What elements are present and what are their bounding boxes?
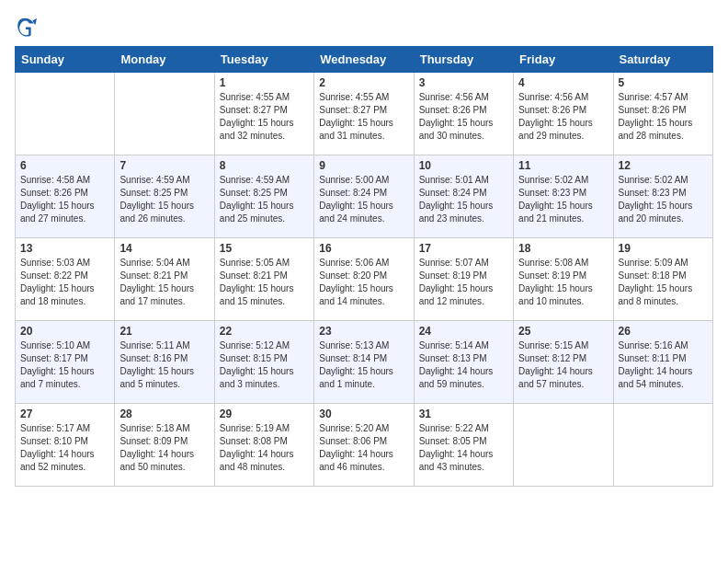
logo xyxy=(15,15,40,37)
day-info: Sunrise: 5:05 AMSunset: 8:21 PMDaylight:… xyxy=(220,257,309,308)
day-info: Sunrise: 5:08 AMSunset: 8:19 PMDaylight:… xyxy=(518,257,608,308)
day-number: 4 xyxy=(518,76,608,89)
day-number: 19 xyxy=(619,242,708,255)
weekday-header-thursday: Thursday xyxy=(414,47,513,73)
day-number: 1 xyxy=(220,76,309,89)
day-number: 12 xyxy=(619,159,708,172)
calendar-cell: 29Sunrise: 5:19 AMSunset: 8:08 PMDayligh… xyxy=(214,404,313,487)
weekday-header-wednesday: Wednesday xyxy=(314,47,414,73)
day-info: Sunrise: 5:15 AMSunset: 8:12 PMDaylight:… xyxy=(518,339,608,391)
day-number: 25 xyxy=(518,325,608,338)
day-number: 18 xyxy=(518,242,608,255)
calendar-cell: 8Sunrise: 4:59 AMSunset: 8:25 PMDaylight… xyxy=(214,155,313,238)
calendar-cell: 20Sunrise: 5:10 AMSunset: 8:17 PMDayligh… xyxy=(16,321,115,404)
day-number: 17 xyxy=(419,242,508,255)
calendar-table: SundayMondayTuesdayWednesdayThursdayFrid… xyxy=(15,46,713,487)
calendar-cell: 17Sunrise: 5:07 AMSunset: 8:19 PMDayligh… xyxy=(414,238,513,321)
calendar-cell: 4Sunrise: 4:56 AMSunset: 8:26 PMDaylight… xyxy=(514,73,613,155)
weekday-header-friday: Friday xyxy=(514,47,613,73)
day-info: Sunrise: 5:03 AMSunset: 8:22 PMDaylight:… xyxy=(20,257,109,308)
day-number: 24 xyxy=(419,325,508,338)
day-info: Sunrise: 5:09 AMSunset: 8:18 PMDaylight:… xyxy=(619,257,708,308)
day-number: 31 xyxy=(419,408,508,420)
calendar-body: 1Sunrise: 4:55 AMSunset: 8:27 PMDaylight… xyxy=(16,73,713,487)
day-number: 10 xyxy=(419,159,508,172)
day-info: Sunrise: 5:02 AMSunset: 8:23 PMDaylight:… xyxy=(518,174,608,225)
calendar-cell xyxy=(613,404,712,487)
day-info: Sunrise: 4:56 AMSunset: 8:26 PMDaylight:… xyxy=(419,91,508,143)
calendar-cell: 26Sunrise: 5:16 AMSunset: 8:11 PMDayligh… xyxy=(613,321,712,404)
weekday-header-saturday: Saturday xyxy=(613,47,712,73)
calendar-cell xyxy=(115,73,214,155)
day-info: Sunrise: 5:13 AMSunset: 8:14 PMDaylight:… xyxy=(319,339,408,391)
day-info: Sunrise: 5:01 AMSunset: 8:24 PMDaylight:… xyxy=(419,174,508,225)
calendar-cell: 15Sunrise: 5:05 AMSunset: 8:21 PMDayligh… xyxy=(214,238,313,321)
calendar-cell: 9Sunrise: 5:00 AMSunset: 8:24 PMDaylight… xyxy=(314,155,414,238)
calendar-cell: 12Sunrise: 5:02 AMSunset: 8:23 PMDayligh… xyxy=(613,155,712,238)
day-number: 15 xyxy=(220,242,309,255)
weekday-header-monday: Monday xyxy=(115,47,214,73)
calendar-week-row: 27Sunrise: 5:17 AMSunset: 8:10 PMDayligh… xyxy=(16,404,713,487)
calendar-cell: 14Sunrise: 5:04 AMSunset: 8:21 PMDayligh… xyxy=(115,238,214,321)
day-info: Sunrise: 4:55 AMSunset: 8:27 PMDaylight:… xyxy=(319,91,408,143)
calendar-cell: 22Sunrise: 5:12 AMSunset: 8:15 PMDayligh… xyxy=(214,321,313,404)
calendar-cell: 23Sunrise: 5:13 AMSunset: 8:14 PMDayligh… xyxy=(314,321,414,404)
calendar-cell: 27Sunrise: 5:17 AMSunset: 8:10 PMDayligh… xyxy=(16,404,115,487)
calendar-cell: 7Sunrise: 4:59 AMSunset: 8:25 PMDaylight… xyxy=(115,155,214,238)
day-info: Sunrise: 5:12 AMSunset: 8:15 PMDaylight:… xyxy=(220,339,309,391)
day-number: 6 xyxy=(20,159,109,172)
day-info: Sunrise: 5:11 AMSunset: 8:16 PMDaylight:… xyxy=(119,339,209,391)
calendar-header-row: SundayMondayTuesdayWednesdayThursdayFrid… xyxy=(16,47,713,73)
calendar-cell xyxy=(16,73,115,155)
calendar-cell: 28Sunrise: 5:18 AMSunset: 8:09 PMDayligh… xyxy=(115,404,214,487)
day-number: 8 xyxy=(220,159,309,172)
day-number: 14 xyxy=(119,242,209,255)
day-info: Sunrise: 4:59 AMSunset: 8:25 PMDaylight:… xyxy=(220,174,309,225)
day-info: Sunrise: 5:22 AMSunset: 8:05 PMDaylight:… xyxy=(419,422,508,474)
day-info: Sunrise: 5:07 AMSunset: 8:19 PMDaylight:… xyxy=(419,257,508,308)
day-number: 13 xyxy=(20,242,109,255)
day-info: Sunrise: 5:16 AMSunset: 8:11 PMDaylight:… xyxy=(619,339,708,391)
calendar-cell: 5Sunrise: 4:57 AMSunset: 8:26 PMDaylight… xyxy=(613,73,712,155)
calendar-cell: 13Sunrise: 5:03 AMSunset: 8:22 PMDayligh… xyxy=(16,238,115,321)
day-info: Sunrise: 5:02 AMSunset: 8:23 PMDaylight:… xyxy=(619,174,708,225)
logo-icon xyxy=(15,15,37,37)
day-info: Sunrise: 5:10 AMSunset: 8:17 PMDaylight:… xyxy=(20,339,109,391)
day-number: 21 xyxy=(119,325,209,338)
day-number: 29 xyxy=(220,408,309,420)
day-info: Sunrise: 5:19 AMSunset: 8:08 PMDaylight:… xyxy=(220,422,309,474)
page-header xyxy=(15,15,713,37)
calendar-week-row: 1Sunrise: 4:55 AMSunset: 8:27 PMDaylight… xyxy=(16,73,713,155)
day-number: 26 xyxy=(619,325,708,338)
calendar-cell: 30Sunrise: 5:20 AMSunset: 8:06 PMDayligh… xyxy=(314,404,414,487)
day-info: Sunrise: 5:17 AMSunset: 8:10 PMDaylight:… xyxy=(20,422,109,474)
calendar-cell: 18Sunrise: 5:08 AMSunset: 8:19 PMDayligh… xyxy=(514,238,613,321)
weekday-header-tuesday: Tuesday xyxy=(214,47,313,73)
day-info: Sunrise: 4:59 AMSunset: 8:25 PMDaylight:… xyxy=(119,174,209,225)
calendar-cell: 19Sunrise: 5:09 AMSunset: 8:18 PMDayligh… xyxy=(613,238,712,321)
day-info: Sunrise: 5:18 AMSunset: 8:09 PMDaylight:… xyxy=(119,422,209,474)
day-number: 28 xyxy=(119,408,209,420)
day-number: 9 xyxy=(319,159,408,172)
calendar-cell: 3Sunrise: 4:56 AMSunset: 8:26 PMDaylight… xyxy=(414,73,513,155)
day-number: 22 xyxy=(220,325,309,338)
calendar-cell: 10Sunrise: 5:01 AMSunset: 8:24 PMDayligh… xyxy=(414,155,513,238)
day-number: 20 xyxy=(20,325,109,338)
day-info: Sunrise: 5:20 AMSunset: 8:06 PMDaylight:… xyxy=(319,422,408,474)
calendar-cell: 1Sunrise: 4:55 AMSunset: 8:27 PMDaylight… xyxy=(214,73,313,155)
day-info: Sunrise: 4:57 AMSunset: 8:26 PMDaylight:… xyxy=(619,91,708,143)
day-number: 30 xyxy=(319,408,408,420)
day-info: Sunrise: 5:00 AMSunset: 8:24 PMDaylight:… xyxy=(319,174,408,225)
day-number: 16 xyxy=(319,242,408,255)
day-info: Sunrise: 5:14 AMSunset: 8:13 PMDaylight:… xyxy=(419,339,508,391)
day-number: 27 xyxy=(20,408,109,420)
calendar-cell: 6Sunrise: 4:58 AMSunset: 8:26 PMDaylight… xyxy=(16,155,115,238)
day-number: 5 xyxy=(619,76,708,89)
day-info: Sunrise: 4:58 AMSunset: 8:26 PMDaylight:… xyxy=(20,174,109,225)
calendar-cell: 11Sunrise: 5:02 AMSunset: 8:23 PMDayligh… xyxy=(514,155,613,238)
calendar-cell: 24Sunrise: 5:14 AMSunset: 8:13 PMDayligh… xyxy=(414,321,513,404)
day-info: Sunrise: 4:55 AMSunset: 8:27 PMDaylight:… xyxy=(220,91,309,143)
calendar-week-row: 20Sunrise: 5:10 AMSunset: 8:17 PMDayligh… xyxy=(16,321,713,404)
calendar-cell: 31Sunrise: 5:22 AMSunset: 8:05 PMDayligh… xyxy=(414,404,513,487)
calendar-cell: 21Sunrise: 5:11 AMSunset: 8:16 PMDayligh… xyxy=(115,321,214,404)
